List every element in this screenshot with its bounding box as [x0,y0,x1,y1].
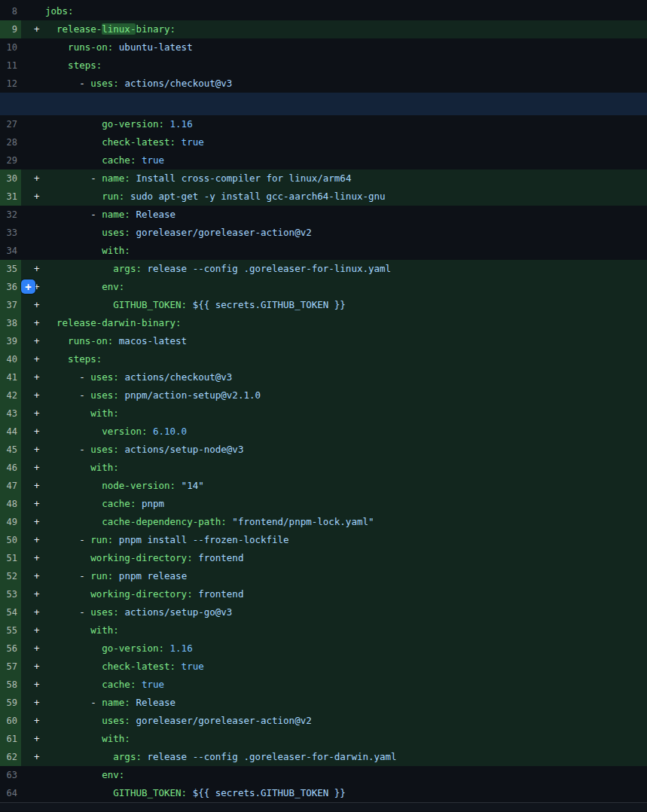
line-number[interactable]: 56 [0,640,21,658]
line-number[interactable]: 29 [0,151,21,169]
diff-line: 58+ cache: true [0,676,647,694]
diff-marker [21,56,45,75]
line-number[interactable]: 30 [0,169,21,188]
line-number[interactable]: 62 [0,748,21,766]
code-content: go-version: 1.16 [45,640,193,658]
code-content: - uses: pnpm/action-setup@v2.1.0 [45,386,261,404]
diff-marker: + [21,296,45,314]
line-number[interactable]: 54 [0,603,21,621]
diff-marker: + [21,585,45,603]
diff-line: 62+ args: release --config .goreleaser-f… [0,748,647,766]
diff-marker: + [21,549,45,567]
diff-line: 36+ env: [0,278,647,296]
code-content: uses: goreleaser/goreleaser-action@v2 [45,224,312,242]
line-number[interactable]: 47 [0,477,21,495]
code-content: cache-dependency-path: "frontend/pnpm-lo… [45,513,374,531]
diff-marker [21,38,45,56]
diff-marker [21,206,45,224]
line-number[interactable]: 46 [0,459,21,477]
code-content: - name: Release [45,694,175,712]
line-number[interactable]: 64 [0,784,21,802]
diff-marker: + [21,314,45,332]
diff-marker: + [21,603,45,621]
diff-line: 49+ cache-dependency-path: "frontend/pnp… [0,513,647,531]
diff-line: 10 runs-on: ubuntu-latest [0,38,647,56]
code-content: release-darwin-binary: [45,314,182,332]
line-number[interactable]: 41 [0,368,21,386]
line-number[interactable]: 12 [0,75,21,93]
diff-line: 55+ with: [0,621,647,640]
code-content: - uses: actions/setup-go@v3 [45,603,232,621]
code-content: check-latest: true [45,133,204,151]
line-number[interactable]: 9 [0,20,21,38]
code-content: env: [45,278,124,296]
line-number[interactable]: 49 [0,513,21,531]
diff-line: 45+ - uses: actions/setup-node@v3 [0,441,647,459]
code-content: with: [45,621,119,640]
code-content: with: [45,404,119,423]
diff-marker [21,151,45,169]
line-number[interactable]: 32 [0,206,21,224]
diff-table: + 8jobs:9+ release-linux-binary:10 runs-… [0,0,647,811]
line-number[interactable]: 61 [0,730,21,748]
diff-marker: + [21,459,45,477]
diff-line: 53+ working-directory: frontend [0,585,647,603]
diff-line: 40+ steps: [0,350,647,368]
line-number[interactable]: 34 [0,242,21,260]
line-number[interactable]: 53 [0,585,21,603]
line-number[interactable]: 50 [0,531,21,549]
line-number[interactable]: 28 [0,133,21,151]
diff-line: 54+ - uses: actions/setup-go@v3 [0,603,647,621]
line-number[interactable]: 31 [0,188,21,206]
line-number[interactable]: 51 [0,549,21,567]
line-number[interactable]: 11 [0,56,21,75]
line-number[interactable]: 57 [0,658,21,676]
code-content: - name: Install cross-compiler for linux… [45,169,351,188]
code-content: - uses: actions/checkout@v3 [45,75,232,93]
line-number[interactable]: 10 [0,38,21,56]
diff-line: 30+ - name: Install cross-compiler for l… [0,169,647,188]
line-number[interactable]: 45 [0,441,21,459]
diff-line: 39+ runs-on: macos-latest [0,332,647,350]
diff-line: 34 with: [0,242,647,260]
line-number[interactable]: 27 [0,115,21,133]
line-number[interactable]: 44 [0,423,21,441]
line-number[interactable]: 48 [0,495,21,513]
code-content: runs-on: macos-latest [45,332,187,350]
line-number[interactable]: 60 [0,712,21,730]
add-comment-button[interactable]: + [21,279,35,294]
diff-line: 57+ check-latest: true [0,658,647,676]
diff-marker: + [21,404,45,423]
line-number[interactable]: 36 [0,278,21,296]
diff-line: 11 steps: [0,56,647,75]
line-number[interactable]: 59 [0,694,21,712]
line-number[interactable]: 35 [0,260,21,278]
diff-marker: + [21,513,45,531]
line-number[interactable]: 37 [0,296,21,314]
diff-line: 12 - uses: actions/checkout@v3 [0,75,647,93]
code-content: check-latest: true [45,658,204,676]
line-number[interactable]: 58 [0,676,21,694]
diff-marker: + [21,441,45,459]
line-number[interactable]: 39 [0,332,21,350]
line-number[interactable]: 43 [0,404,21,423]
diff-marker: + [21,495,45,513]
expand-hunk-row[interactable] [0,93,647,115]
code-content: - run: pnpm install --frozen-lockfile [45,531,289,549]
code-content: release-linux-binary: [45,20,175,38]
line-number[interactable]: 8 [0,2,21,20]
code-content: GITHUB_TOKEN: ${{ secrets.GITHUB_TOKEN }… [45,784,346,802]
diff-marker [21,784,45,802]
diff-line: 38+ release-darwin-binary: [0,314,647,332]
diff-line: 48+ cache: pnpm [0,495,647,513]
diff-line: 41+ - uses: actions/checkout@v3 [0,368,647,386]
line-number[interactable]: 52 [0,567,21,585]
line-number[interactable]: 33 [0,224,21,242]
line-number[interactable]: 42 [0,386,21,404]
line-number[interactable]: 38 [0,314,21,332]
line-number[interactable]: 63 [0,766,21,784]
code-content: working-directory: frontend [45,549,243,567]
diff-marker [21,75,45,93]
line-number[interactable]: 55 [0,621,21,640]
line-number[interactable]: 40 [0,350,21,368]
